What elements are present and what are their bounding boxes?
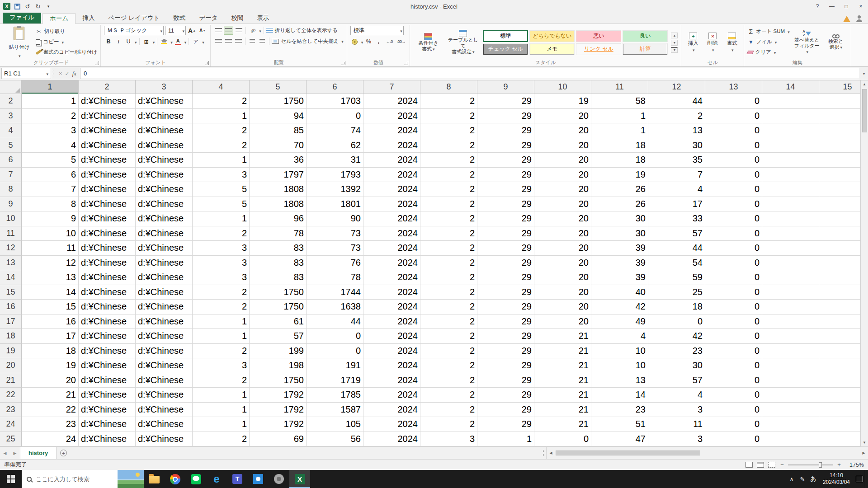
- cell[interactable]: 1587: [307, 403, 363, 418]
- cell[interactable]: 2: [420, 168, 477, 183]
- cell[interactable]: 2: [420, 241, 477, 256]
- start-button[interactable]: [0, 470, 22, 488]
- cell[interactable]: d:¥Chinese: [136, 138, 193, 153]
- cell[interactable]: 20: [534, 211, 591, 226]
- cell[interactable]: d:¥Chinese: [79, 388, 136, 403]
- search-input[interactable]: [36, 476, 113, 483]
- row-header[interactable]: 17: [0, 314, 22, 329]
- ribbon-tab-file[interactable]: ファイル: [3, 12, 41, 23]
- cell[interactable]: [762, 314, 819, 329]
- decrease-indent-button[interactable]: [248, 37, 257, 46]
- cell[interactable]: 58: [591, 94, 648, 109]
- cell[interactable]: 0: [705, 403, 762, 418]
- cell[interactable]: 4: [591, 329, 648, 344]
- cell[interactable]: 1: [193, 109, 250, 124]
- cell[interactable]: 2: [193, 300, 250, 314]
- autosum-button[interactable]: Σオート SUM: [747, 27, 789, 36]
- cell[interactable]: 10: [22, 226, 79, 241]
- increase-decimal-button[interactable]: ←.0: [384, 37, 395, 46]
- row-header[interactable]: 2: [0, 94, 22, 109]
- cell[interactable]: 11: [22, 241, 79, 256]
- cell[interactable]: 0: [705, 109, 762, 124]
- cell[interactable]: d:¥Chinese: [79, 270, 136, 285]
- cell[interactable]: 20: [534, 226, 591, 241]
- column-header[interactable]: 14: [762, 80, 819, 94]
- cell[interactable]: 0: [705, 285, 762, 300]
- decrease-font-button[interactable]: A▼: [198, 26, 207, 35]
- cell[interactable]: 69: [250, 432, 307, 447]
- cell[interactable]: [762, 168, 819, 183]
- row-header[interactable]: 4: [0, 123, 22, 138]
- cell[interactable]: 62: [307, 138, 363, 153]
- comma-style-button[interactable]: ,: [374, 37, 383, 46]
- cell-style[interactable]: リンク セル: [576, 43, 621, 55]
- cell[interactable]: 2: [420, 153, 477, 168]
- tab-splitter[interactable]: [541, 447, 546, 459]
- cell[interactable]: d:¥Chinese: [136, 300, 193, 314]
- font-color-dropdown-icon[interactable]: [184, 38, 187, 45]
- row-header[interactable]: 5: [0, 138, 22, 153]
- cell[interactable]: d:¥Chinese: [136, 182, 193, 197]
- cell[interactable]: [762, 270, 819, 285]
- paste-button[interactable]: 貼り付け: [5, 26, 33, 59]
- cell[interactable]: 2: [420, 285, 477, 300]
- cell[interactable]: 1792: [250, 388, 307, 403]
- cell[interactable]: [762, 226, 819, 241]
- cell[interactable]: 1750: [250, 373, 307, 388]
- cell[interactable]: 2024: [363, 417, 420, 432]
- cell-style[interactable]: どちらでもない: [529, 30, 575, 42]
- vertical-scrollbar[interactable]: ▲ ▼: [860, 80, 868, 446]
- cell[interactable]: 3: [22, 123, 79, 138]
- number-format-combo[interactable]: 標準: [350, 26, 404, 35]
- cell[interactable]: 0: [705, 241, 762, 256]
- column-header[interactable]: 1: [22, 80, 79, 94]
- cell[interactable]: d:¥Chinese: [136, 168, 193, 183]
- column-header[interactable]: 11: [591, 80, 648, 94]
- maximize-button[interactable]: □: [839, 0, 854, 13]
- cell[interactable]: 17: [648, 197, 705, 212]
- cell[interactable]: d:¥Chinese: [79, 403, 136, 418]
- column-header[interactable]: 5: [250, 80, 307, 94]
- cell[interactable]: 19: [591, 168, 648, 183]
- ribbon-tab-review[interactable]: 校閲: [225, 13, 250, 23]
- cell[interactable]: 1808: [250, 182, 307, 197]
- cell[interactable]: 0: [705, 256, 762, 271]
- cell[interactable]: 83: [250, 270, 307, 285]
- cell[interactable]: 0: [705, 138, 762, 153]
- close-button[interactable]: ×: [854, 0, 868, 13]
- cell-style[interactable]: 良い: [623, 30, 668, 42]
- row-header[interactable]: 23: [0, 403, 22, 418]
- column-header[interactable]: 2: [79, 80, 136, 94]
- horizontal-scrollbar[interactable]: ◀ ▶: [546, 447, 868, 459]
- cell[interactable]: 4: [648, 182, 705, 197]
- tray-pen-icon[interactable]: ✎: [797, 470, 808, 488]
- cell[interactable]: 11: [648, 417, 705, 432]
- cell[interactable]: [762, 94, 819, 109]
- insert-cells-button[interactable]: +挿入: [684, 26, 702, 59]
- cell[interactable]: 3: [648, 403, 705, 418]
- cell[interactable]: 2024: [363, 314, 420, 329]
- cell[interactable]: 7: [22, 182, 79, 197]
- copy-button[interactable]: コピー: [36, 38, 98, 46]
- name-box[interactable]: R1 C1: [1, 68, 51, 79]
- page-layout-view-button[interactable]: [757, 462, 764, 468]
- fill-color-dropdown-icon[interactable]: [170, 38, 173, 45]
- cell[interactable]: 29: [477, 211, 534, 226]
- cell[interactable]: 0: [648, 314, 705, 329]
- cell[interactable]: 29: [477, 314, 534, 329]
- cell[interactable]: 39: [591, 270, 648, 285]
- cell[interactable]: 2024: [363, 403, 420, 418]
- cell[interactable]: 2: [420, 182, 477, 197]
- cell[interactable]: 70: [250, 138, 307, 153]
- cell[interactable]: 2024: [363, 182, 420, 197]
- account-icon[interactable]: [856, 15, 863, 22]
- cell[interactable]: 3: [193, 256, 250, 271]
- cell[interactable]: 20: [534, 197, 591, 212]
- page-break-view-button[interactable]: [768, 462, 775, 468]
- cell[interactable]: 83: [250, 256, 307, 271]
- cell[interactable]: 0: [307, 344, 363, 359]
- cell[interactable]: d:¥Chinese: [79, 358, 136, 373]
- cell[interactable]: 2: [22, 109, 79, 124]
- cell[interactable]: 94: [250, 109, 307, 124]
- fill-color-button[interactable]: [160, 37, 169, 46]
